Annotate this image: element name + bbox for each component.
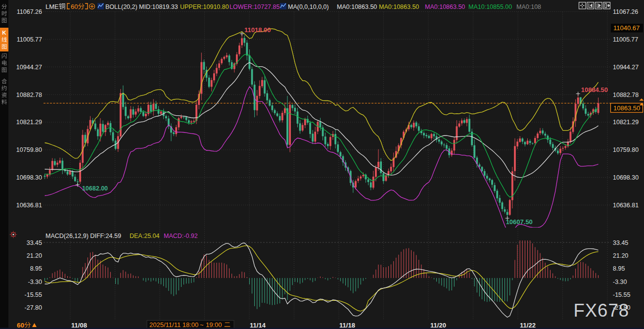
svg-text:10882.78: 10882.78 (16, 92, 42, 98)
svg-text:11005.77: 11005.77 (613, 36, 638, 43)
svg-text:FX678: FX678 (573, 300, 629, 321)
svg-text:MA0:10863.50: MA0:10863.50 (337, 3, 377, 10)
svg-text:MACD(26,12,9) DIFF:24.59: MACD(26,12,9) DIFF:24.59 (46, 233, 121, 239)
svg-text:MA10:10855.00: MA10:10855.00 (468, 3, 512, 10)
svg-text:10759.80: 10759.80 (613, 146, 639, 153)
svg-text:10607.50: 10607.50 (506, 218, 533, 226)
svg-text:33.45: 33.45 (613, 239, 628, 246)
svg-text:-3.30: -3.30 (28, 279, 43, 285)
svg-text:11040.67: 11040.67 (613, 24, 640, 32)
svg-text:8.95: 8.95 (613, 265, 625, 272)
svg-text:K: K (2, 30, 6, 36)
svg-text:8.95: 8.95 (30, 265, 42, 272)
svg-text:33.45: 33.45 (27, 239, 42, 246)
svg-text:10884.50: 10884.50 (581, 86, 608, 94)
svg-text:MA0:10863.50: MA0:10863.50 (425, 3, 465, 10)
svg-text:11018.00: 11018.00 (244, 26, 271, 34)
svg-text:-15.55: -15.55 (613, 291, 630, 298)
svg-text:10682.00: 10682.00 (82, 185, 108, 192)
svg-text:10636.81: 10636.81 (613, 202, 639, 209)
svg-text:60: 60 (71, 3, 78, 10)
svg-text:UPPER:10910.80: UPPER:10910.80 (180, 3, 229, 10)
svg-text:MA0:108: MA0:108 (516, 3, 541, 10)
svg-text:10698.30: 10698.30 (16, 174, 42, 181)
svg-text:MA(0,0,10,0,0): MA(0,0,10,0,0) (288, 3, 329, 10)
svg-text:LME: LME (46, 3, 59, 10)
svg-text:-15.55: -15.55 (25, 291, 42, 298)
svg-text:DEA:25.04: DEA:25.04 (130, 233, 160, 239)
svg-text:11067.26: 11067.26 (613, 8, 638, 15)
svg-text:10698.30: 10698.30 (613, 174, 639, 181)
svg-text:10944.27: 10944.27 (16, 64, 42, 71)
svg-text:21.20: 21.20 (27, 252, 42, 259)
svg-text:MACD:-0.92: MACD:-0.92 (164, 233, 198, 239)
svg-text:10759.80: 10759.80 (16, 146, 42, 153)
svg-text:21.20: 21.20 (613, 252, 628, 259)
svg-text:-27.80: -27.80 (25, 304, 42, 311)
svg-text:~: ~ (200, 321, 204, 329)
svg-text:10882.78: 10882.78 (613, 92, 639, 98)
svg-text:-3.30: -3.30 (613, 279, 627, 285)
svg-text:19:00: 19:00 (206, 321, 222, 329)
svg-text:11067.26: 11067.26 (17, 8, 42, 15)
svg-text:10863.50: 10863.50 (613, 104, 640, 112)
svg-text:10636.81: 10636.81 (16, 202, 42, 209)
svg-text:11005.77: 11005.77 (17, 36, 42, 43)
svg-text:LOWER:10727.85: LOWER:10727.85 (230, 3, 279, 10)
svg-text:10944.27: 10944.27 (613, 64, 639, 71)
svg-text:MA0:10863.50: MA0:10863.50 (379, 3, 419, 10)
svg-text:10821.29: 10821.29 (613, 119, 639, 126)
svg-text:10821.29: 10821.29 (16, 119, 42, 126)
svg-text:BOLL(20,2) MID:10819.33: BOLL(20,2) MID:10819.33 (105, 3, 178, 10)
svg-text:2025/11/11 18:00: 2025/11/11 18:00 (149, 321, 198, 329)
